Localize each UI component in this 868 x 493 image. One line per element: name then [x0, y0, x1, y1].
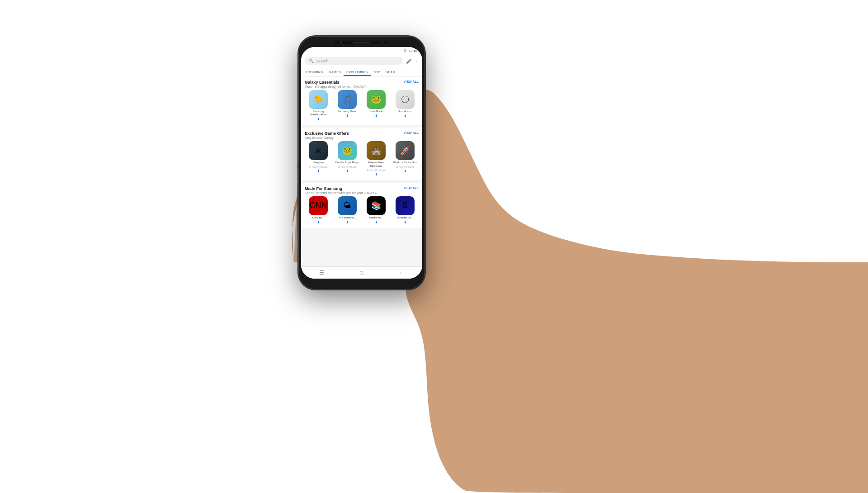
- app-icon-music: 🎵: [338, 90, 357, 109]
- app-item-vainglory[interactable]: ⚔VaingloryIn-App Purchase⬇: [305, 141, 332, 176]
- app-icon-kindle: 📚: [367, 196, 386, 215]
- section-galaxy-essentials: Galaxy EssentialsMust-have apps designed…: [301, 76, 422, 125]
- app-name-vainglory: Vainglory: [313, 161, 324, 164]
- app-item-marshmallow[interactable]: 🐤Samsung Marshmallow⬇: [305, 90, 332, 121]
- app-sublabel-vainglory: In-App Purchase: [309, 166, 328, 168]
- app-item-empire[interactable]: 🏰Empire: Four KingdomsIn-App Purchase⬇: [363, 141, 390, 176]
- app-grid-exclusive-games: ⚔VaingloryIn-App Purchase⬇🐸Cut the Rope …: [305, 141, 419, 176]
- app-icon-inner-marshmallow: 🐤: [309, 90, 328, 109]
- app-icon-empire: 🏰: [367, 141, 386, 160]
- app-name-shazam: Shazam for...: [397, 216, 413, 219]
- section-header-exclusive-games: Exclusive Game OffersOnly for your Galax…: [305, 131, 419, 139]
- app-name-empire: Empire: Four Kingdoms: [363, 161, 390, 167]
- app-item-soundcamp[interactable]: 〇Soundcamp⬇: [392, 90, 419, 121]
- phone-device: 🔋 12:45 🔍 Search 🎤 ⋮ TRENDINGGAMESEXCLUS…: [298, 36, 425, 289]
- phone-outer-shell: 🔋 12:45 🔍 Search 🎤 ⋮ TRENDINGGAMESEXCLUS…: [298, 36, 425, 289]
- app-name-kindle: Kindle for...: [369, 216, 383, 219]
- app-name-music: Samsung Music: [338, 110, 357, 113]
- view-all-button-galaxy-essentials[interactable]: VIEW ALL: [404, 80, 419, 83]
- app-grid-made-for-samsung: CNNCNN for...⬇🌤The Weather...⬇📚Kindle fo…: [305, 196, 419, 224]
- section-exclusive-games: Exclusive Game OffersOnly for your Galax…: [301, 128, 422, 180]
- app-download-empire[interactable]: ⬇: [375, 172, 378, 176]
- app-download-vainglory[interactable]: ⬇: [317, 169, 320, 173]
- phone-screen: 🔋 12:45 🔍 Search 🎤 ⋮ TRENDINGGAMESEXCLUS…: [301, 47, 422, 279]
- bottom-nav-back[interactable]: ←: [399, 270, 404, 276]
- app-item-cnn[interactable]: CNNCNN for...⬇: [305, 196, 332, 224]
- app-name-kids: Kids Mode: [370, 110, 382, 113]
- app-item-kids[interactable]: 🐸Kids Mode⬇: [363, 90, 390, 121]
- app-sublabel-tanks: In-App Purchase: [396, 166, 415, 168]
- app-icon-inner-vainglory: ⚔: [309, 141, 328, 160]
- app-icon-inner-shazam: S: [396, 196, 415, 215]
- nav-tab-games[interactable]: GAMES: [326, 68, 344, 76]
- app-download-marshmallow[interactable]: ⬇: [317, 117, 320, 121]
- app-icon-inner-kindle: 📚: [367, 196, 386, 215]
- app-icon-cnn: CNN: [309, 196, 328, 215]
- app-icon-inner-soundcamp: 〇: [396, 90, 415, 109]
- search-placeholder: Search: [316, 59, 329, 63]
- app-download-kindle[interactable]: ⬇: [375, 220, 378, 224]
- app-download-soundcamp[interactable]: ⬇: [404, 114, 407, 118]
- search-bar[interactable]: 🔍 Search 🎤 ⋮: [301, 54, 422, 68]
- app-icon-kids: 🐸: [367, 90, 386, 109]
- app-download-tanks[interactable]: ⬇: [404, 169, 407, 173]
- app-item-tanks[interactable]: 🚀World of Tanks BlitzIn-App Purchase⬇: [392, 141, 419, 176]
- app-download-cutrope[interactable]: ⬇: [346, 169, 349, 173]
- app-item-cutrope[interactable]: 🐸Cut the Rope MagicIn-App Purchase⬇: [334, 141, 361, 176]
- nav-tab-trending[interactable]: TRENDING: [303, 68, 326, 76]
- section-title: Exclusive Game Offers: [305, 131, 349, 136]
- nav-tabs: TRENDINGGAMESEXCLUSIVESTOPGEAR: [301, 68, 422, 76]
- nav-tab-exclusives[interactable]: EXCLUSIVES: [344, 68, 370, 76]
- section-title: Made For Samsung: [305, 186, 377, 191]
- phone-top-sensors: [335, 41, 389, 44]
- app-name-weather: The Weather...: [338, 216, 356, 219]
- sensor-dot: [340, 42, 342, 43]
- app-download-music[interactable]: ⬇: [346, 114, 349, 118]
- bottom-nav-home[interactable]: □: [360, 270, 363, 276]
- section-title: Galaxy Essentials: [305, 80, 367, 85]
- app-icon-inner-empire: 🏰: [367, 141, 386, 160]
- app-icon-inner-cnn: CNN: [309, 196, 328, 215]
- app-download-shazam[interactable]: ⬇: [404, 220, 407, 224]
- app-item-weather[interactable]: 🌤The Weather...⬇: [334, 196, 361, 224]
- app-name-soundcamp: Soundcamp: [398, 110, 412, 113]
- section-title-group: Exclusive Game OffersOnly for your Galax…: [305, 131, 349, 139]
- app-item-music[interactable]: 🎵Samsung Music⬇: [334, 90, 361, 121]
- nav-tab-gear[interactable]: GEAR: [383, 68, 398, 76]
- app-icon-vainglory: ⚔: [309, 141, 328, 160]
- status-icons: 🔋 12:45: [403, 49, 417, 52]
- battery-icon: 🔋: [403, 49, 407, 52]
- app-grid-galaxy-essentials: 🐤Samsung Marshmallow⬇🎵Samsung Music⬇🐸Kid…: [305, 90, 419, 121]
- content-area[interactable]: Galaxy EssentialsMust-have apps designed…: [301, 76, 422, 266]
- app-item-shazam[interactable]: SShazam for...⬇: [392, 196, 419, 224]
- app-name-cutrope: Cut the Rope Magic: [335, 161, 359, 164]
- section-header-made-for-samsung: Made For SamsungSpecial benefits and fea…: [305, 186, 419, 194]
- app-name-marshmallow: Samsung Marshmallow: [305, 110, 332, 116]
- app-download-kids[interactable]: ⬇: [375, 114, 378, 118]
- camera-dot: [382, 42, 383, 43]
- view-all-button-made-for-samsung[interactable]: VIEW ALL: [404, 186, 419, 190]
- app-download-cnn[interactable]: ⬇: [317, 220, 320, 224]
- search-icon: 🔍: [309, 59, 314, 63]
- section-subtitle: Only for your Galaxy: [305, 136, 349, 139]
- section-title-group: Galaxy EssentialsMust-have apps designed…: [305, 80, 367, 88]
- search-input-box[interactable]: 🔍 Search: [305, 57, 403, 65]
- app-icon-inner-weather: 🌤: [338, 196, 357, 215]
- section-header-galaxy-essentials: Galaxy EssentialsMust-have apps designed…: [305, 80, 419, 88]
- app-icon-shazam: S: [396, 196, 415, 215]
- app-item-kindle[interactable]: 📚Kindle for...⬇: [363, 196, 390, 224]
- section-subtitle: Special benefits and features just for y…: [305, 191, 377, 194]
- phone-speaker: [353, 42, 371, 43]
- app-icon-inner-music: 🎵: [338, 90, 357, 109]
- app-sublabel-empire: In-App Purchase: [367, 169, 386, 171]
- more-options-icon[interactable]: ⋮: [414, 59, 419, 64]
- view-all-button-exclusive-games[interactable]: VIEW ALL: [404, 131, 419, 134]
- nav-tab-top[interactable]: TOP: [371, 68, 383, 76]
- mic-icon[interactable]: 🎤: [406, 59, 411, 64]
- app-sublabel-cutrope: In-App Purchase: [338, 166, 357, 168]
- bottom-nav-recent[interactable]: ☰: [319, 270, 324, 276]
- app-icon-inner-cutrope: 🐸: [338, 141, 357, 160]
- app-icon-soundcamp: 〇: [396, 90, 415, 109]
- app-download-weather[interactable]: ⬇: [346, 220, 349, 224]
- app-icon-inner-tanks: 🚀: [396, 141, 415, 160]
